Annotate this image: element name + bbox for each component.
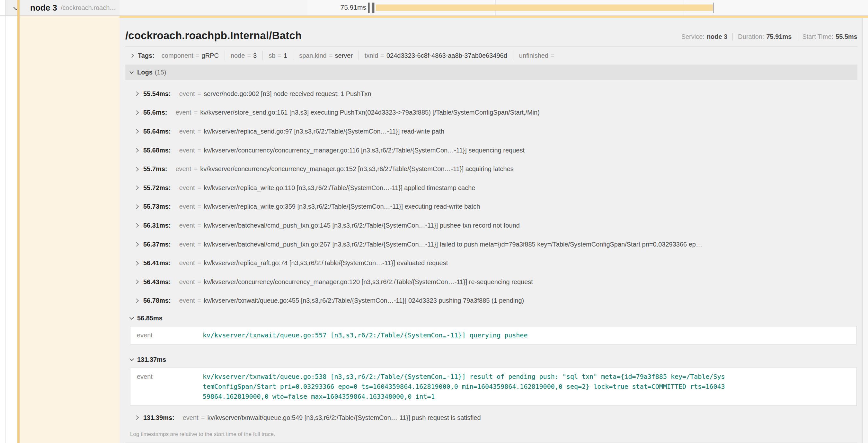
logs-expander[interactable]: Logs (15) — [125, 65, 858, 80]
log-message: kv/kvserver/txnwait/queue.go:549 [n3,s3,… — [207, 414, 480, 421]
span-row[interactable]: node 3 /cockroach.roach… 75.91ms — [0, 0, 868, 16]
chevron-right-icon — [134, 129, 139, 134]
span-meta-item: Start Time: 55.5ms — [797, 33, 858, 40]
log-row-expanded: 56.85ms event kv/kvserver/txnwait/queue.… — [120, 310, 858, 344]
tag-key: node — [231, 52, 245, 59]
chevron-right-icon — [134, 167, 139, 171]
tag-item: sb = 1 — [262, 51, 293, 60]
log-message: kv/kvserver/concurrency/concurrency_mana… — [204, 147, 525, 154]
log-timestamp: 55.7ms: — [143, 165, 167, 173]
log-equals-sign: = — [197, 241, 202, 248]
meta-label: Duration: — [738, 33, 764, 40]
log-field-key: event — [183, 414, 198, 421]
chevron-right-icon — [134, 242, 139, 246]
tag-key: unfinished — [519, 52, 548, 59]
log-field-key: event — [179, 260, 195, 267]
log-expanded-header[interactable]: 131.37ms — [120, 351, 858, 368]
chevron-right-icon — [134, 223, 139, 228]
span-service-name: node 3 — [30, 3, 57, 13]
log-equals-sign: = — [197, 260, 202, 267]
log-field-key: event — [179, 241, 195, 248]
log-row[interactable]: 56.41ms: event = kv/kvserver/replica_raf… — [120, 253, 858, 273]
log-message: kv/kvserver/replica_send.go:97 [n3,s3,r6… — [204, 128, 444, 135]
tag-value: 3 — [253, 52, 257, 59]
span-bar-end-marker — [713, 3, 713, 13]
log-row[interactable]: 56.78ms: event = kv/kvserver/txnwait/que… — [120, 292, 858, 310]
log-detail-table: event kv/kvserver/txnwait/queue.go:557 [… — [130, 326, 857, 344]
log-equals-sign: = — [197, 297, 202, 304]
tag-equals-sign: = — [278, 52, 281, 59]
span-row-spacer — [120, 0, 307, 15]
log-equals-sign: = — [194, 165, 197, 173]
tag-key: component — [162, 52, 193, 59]
log-message: kv/kvserver/concurrency/concurrency_mana… — [200, 165, 514, 173]
meta-label: Start Time: — [802, 33, 833, 40]
tag-item: component = gRPC — [156, 51, 224, 60]
tag-value: 1 — [284, 52, 287, 59]
log-row[interactable]: 55.68ms: event = kv/kvserver/concurrency… — [120, 141, 858, 160]
log-message: server/node.go:902 [n3] node received re… — [204, 90, 371, 98]
tag-equals-sign: = — [247, 52, 251, 59]
log-field-key: event — [179, 297, 195, 304]
span-name-cell[interactable]: node 3 /cockroach.roach… — [5, 0, 120, 15]
log-field-key: event — [179, 278, 195, 286]
tag-key: sb — [269, 52, 275, 59]
tags-expander[interactable]: Tags: component = gRPC node = 3 sb = 1 s… — [125, 46, 863, 65]
log-field-key: event — [179, 203, 195, 210]
log-row-expanded: 131.37ms event kv/kvserver/txnwait/queue… — [120, 351, 858, 406]
log-field-key: event — [179, 184, 195, 192]
log-equals-sign: = — [194, 109, 197, 116]
log-message: kv/kvserver/replica_raft.go:74 [n3,s3,r6… — [204, 260, 448, 267]
log-row[interactable]: 56.31ms: event = kv/kvserver/batcheval/c… — [120, 216, 858, 235]
chevron-right-icon — [134, 148, 139, 152]
chevron-right-icon — [134, 280, 139, 284]
log-row[interactable]: 56.37ms: event = kv/kvserver/batcheval/c… — [120, 235, 858, 254]
log-timestamp: 56.37ms: — [143, 241, 171, 248]
tag-item: node = 3 — [224, 51, 262, 60]
log-row[interactable]: 55.6ms: event = kv/kvserver/store_send.g… — [120, 103, 858, 122]
tag-item: txnid = 024d3323-6c8f-4863-aa8b-37ab0e63… — [359, 51, 513, 60]
logs-list: 55.54ms: event = server/node.go:902 [n3]… — [120, 80, 858, 427]
tag-value: gRPC — [202, 52, 219, 59]
log-row[interactable]: 55.72ms: event = kv/kvserver/replica_wri… — [120, 178, 858, 197]
panel-right-gutter — [863, 18, 868, 443]
log-field-key: event — [137, 372, 203, 402]
tag-equals-sign: = — [329, 52, 333, 59]
log-row[interactable]: 55.64ms: event = kv/kvserver/replica_sen… — [120, 122, 858, 141]
log-expanded-header[interactable]: 56.85ms — [120, 310, 858, 326]
page-title: /cockroach.roachpb.Internal/Batch — [125, 30, 302, 42]
meta-value: 55.5ms — [836, 33, 858, 40]
log-equals-sign: = — [197, 222, 202, 229]
left-rail-divider — [5, 0, 5, 443]
log-timestamp: 131.37ms — [137, 356, 166, 364]
detail-panel-accent-border — [120, 16, 868, 18]
log-field-key: event — [176, 109, 191, 116]
meta-label: Service: — [681, 33, 705, 40]
span-duration-label: 75.91ms — [318, 3, 366, 11]
tags-list: component = gRPC node = 3 sb = 1 span.ki… — [156, 51, 562, 60]
log-message: kv/kvserver/batcheval/cmd_push_txn.go:14… — [204, 222, 520, 229]
log-message: kv/kvserver/batcheval/cmd_push_txn.go:26… — [204, 241, 702, 248]
log-timestamp: 55.6ms: — [143, 109, 167, 116]
log-timestamp: 55.72ms: — [143, 184, 171, 192]
log-row[interactable]: 56.43ms: event = kv/kvserver/concurrency… — [120, 273, 858, 292]
log-row[interactable]: 55.73ms: event = kv/kvserver/replica_wri… — [120, 197, 858, 216]
log-row[interactable]: 131.39ms: event = kv/kvserver/txnwait/qu… — [120, 408, 858, 427]
log-field-key: event — [179, 128, 195, 135]
chevron-right-icon — [134, 299, 139, 303]
log-field-key: event — [176, 165, 191, 173]
chevron-right-icon — [130, 54, 134, 58]
logs-count: (15) — [155, 69, 166, 76]
log-equals-sign: = — [197, 128, 202, 135]
log-row[interactable]: 55.54ms: event = server/node.go:902 [n3]… — [120, 84, 858, 103]
log-row[interactable]: 55.7ms: event = kv/kvserver/concurrency/… — [120, 160, 858, 178]
tag-item: span.kind = server — [293, 51, 359, 60]
log-field-key: event — [179, 147, 195, 154]
log-timestamp: 55.64ms: — [143, 128, 171, 135]
span-duration-bar — [376, 4, 713, 11]
span-operation-name: /cockroach.roach… — [61, 4, 116, 11]
tag-equals-sign: = — [196, 52, 199, 59]
log-message: kv/kvserver/store_send.go:161 [n3,s3] ex… — [200, 109, 540, 116]
span-meta-item: Duration: 75.91ms — [733, 33, 792, 40]
log-field-key: event — [179, 90, 195, 98]
